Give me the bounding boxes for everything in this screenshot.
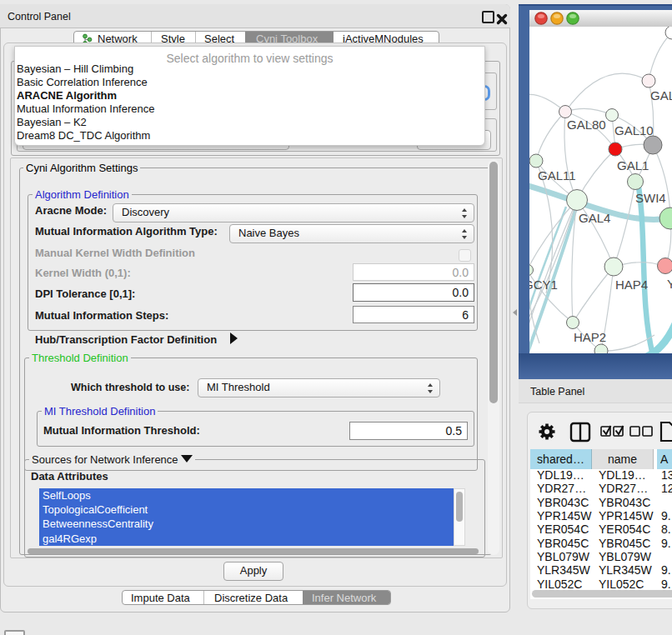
svg-text:Y: Y bbox=[667, 277, 672, 291]
svg-text:GAL7: GAL7 bbox=[650, 88, 672, 102]
svg-text:GAL80: GAL80 bbox=[567, 118, 606, 132]
svg-text:GAL11: GAL11 bbox=[538, 168, 576, 182]
svg-text:GAL10: GAL10 bbox=[614, 123, 654, 138]
svg-text:GAL4: GAL4 bbox=[579, 211, 610, 225]
svg-text:GAL1: GAL1 bbox=[617, 158, 649, 172]
svg-text:HAP4: HAP4 bbox=[615, 278, 648, 292]
svg-text:HAP2: HAP2 bbox=[574, 330, 606, 344]
svg-text:SWI4: SWI4 bbox=[635, 191, 666, 205]
svg-text:GCY1: GCY1 bbox=[529, 278, 558, 292]
